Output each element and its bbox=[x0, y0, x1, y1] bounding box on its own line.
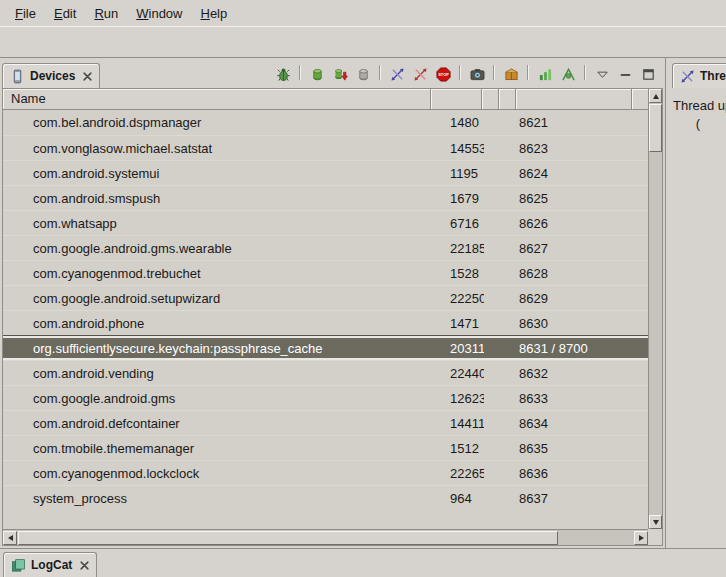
debug-icon[interactable] bbox=[273, 65, 293, 83]
dump-hprof-icon[interactable] bbox=[330, 65, 350, 83]
arrow-down-icon bbox=[653, 520, 659, 525]
vertical-scrollbar[interactable] bbox=[648, 89, 662, 529]
column-header-blank2[interactable] bbox=[499, 89, 516, 110]
cell-name: org.sufficientlysecure.keychain:passphra… bbox=[3, 341, 433, 356]
scroll-left-button[interactable] bbox=[3, 531, 17, 545]
scroll-right-button[interactable] bbox=[634, 531, 648, 545]
cell-name: com.android.defcontainer bbox=[3, 416, 433, 431]
devices-toolbar bbox=[273, 65, 663, 88]
cell-port: 8636 bbox=[514, 466, 648, 481]
menu-file[interactable]: File bbox=[6, 3, 45, 24]
device-row[interactable]: com.tmobile.thememanager15128635 bbox=[3, 435, 648, 460]
cell-name: com.cyanogenmod.trebuchet bbox=[3, 266, 433, 281]
tab-threads[interactable]: Threads bbox=[672, 63, 726, 88]
device-row[interactable]: com.bel.android.dspmanager14808621 bbox=[3, 110, 648, 135]
close-icon[interactable] bbox=[80, 561, 89, 570]
cell-pid: 1512 bbox=[433, 441, 484, 456]
device-row[interactable]: com.android.systemui11958624 bbox=[3, 160, 648, 185]
cell-port: 8628 bbox=[514, 266, 648, 281]
cell-name: com.google.android.gms bbox=[3, 391, 433, 406]
screen-capture-icon[interactable] bbox=[467, 65, 487, 83]
device-row[interactable]: com.google.android.gms126238633 bbox=[3, 385, 648, 410]
main-toolbar bbox=[0, 26, 726, 58]
cell-name: com.google.android.setupwizard bbox=[3, 291, 433, 306]
cell-port: 8630 bbox=[514, 316, 648, 331]
cell-pid: 964 bbox=[433, 491, 484, 506]
toolbar-separator bbox=[584, 65, 586, 80]
cell-pid: 6716 bbox=[433, 216, 484, 231]
scroll-up-button[interactable] bbox=[649, 89, 662, 103]
cell-port: 8635 bbox=[514, 441, 648, 456]
cell-pid: 22440 bbox=[433, 366, 484, 381]
device-row[interactable]: com.android.defcontainer144118634 bbox=[3, 410, 648, 435]
maximize-icon[interactable] bbox=[638, 65, 658, 83]
column-header-pid[interactable] bbox=[431, 89, 482, 110]
device-row[interactable]: com.cyanogenmod.trebuchet15288628 bbox=[3, 260, 648, 285]
column-header-port[interactable] bbox=[516, 89, 632, 110]
device-row[interactable]: com.whatsapp67168626 bbox=[3, 210, 648, 235]
cell-pid: 22185 bbox=[433, 241, 484, 256]
device-row[interactable]: system_process9648637 bbox=[3, 485, 648, 510]
update-heap-icon[interactable] bbox=[307, 65, 327, 83]
device-row-selected[interactable]: org.sufficientlysecure.keychain:passphra… bbox=[3, 335, 648, 360]
column-header-name[interactable]: Name bbox=[3, 89, 431, 110]
scroll-down-button[interactable] bbox=[649, 515, 662, 529]
stop-process-icon[interactable] bbox=[433, 65, 453, 83]
devices-panel: Devices Name com.bel.android.dspmanager1… bbox=[0, 58, 666, 548]
tab-logcat-label: LogCat bbox=[31, 558, 72, 572]
close-icon[interactable] bbox=[83, 72, 92, 81]
start-method-profiling-icon[interactable] bbox=[410, 65, 430, 83]
menu-help[interactable]: Help bbox=[191, 3, 236, 24]
cell-port: 8629 bbox=[514, 291, 648, 306]
toolbar-separator bbox=[527, 65, 529, 80]
device-row[interactable]: com.android.phone14718630 bbox=[3, 310, 648, 335]
arrow-left-icon bbox=[8, 535, 13, 541]
device-row[interactable]: com.vonglasow.michael.satstat145538623 bbox=[3, 135, 648, 160]
cause-gc-icon[interactable] bbox=[353, 65, 373, 83]
tab-logcat[interactable]: LogCat bbox=[3, 552, 97, 577]
vertical-scrollbar-thumb[interactable] bbox=[649, 104, 662, 152]
device-row[interactable]: com.google.android.setupwizard222508629 bbox=[3, 285, 648, 310]
cell-name: com.android.phone bbox=[3, 316, 433, 331]
threads-icon bbox=[680, 69, 695, 84]
horizontal-scrollbar-thumb[interactable] bbox=[18, 531, 558, 545]
cell-port: 8624 bbox=[514, 166, 648, 181]
tab-devices-label: Devices bbox=[30, 69, 75, 83]
horizontal-scrollbar[interactable] bbox=[3, 529, 648, 545]
main-area: Devices Name com.bel.android.dspmanager1… bbox=[0, 58, 726, 549]
tab-devices[interactable]: Devices bbox=[2, 63, 100, 88]
threads-message: Thread up ( bbox=[670, 88, 726, 133]
dump-view-hierarchy-icon[interactable] bbox=[501, 65, 521, 83]
threads-message-line2: ( bbox=[673, 115, 723, 133]
cell-port: 8631 / 8700 bbox=[514, 341, 648, 356]
cell-pid: 14411 bbox=[433, 416, 484, 431]
cell-pid: 12623 bbox=[433, 391, 484, 406]
update-threads-icon[interactable] bbox=[387, 65, 407, 83]
threads-tabbar: Threads bbox=[670, 58, 726, 88]
column-header-blank1[interactable] bbox=[482, 89, 499, 110]
view-menu-icon[interactable] bbox=[592, 65, 612, 83]
cell-name: com.google.android.gms.wearable bbox=[3, 241, 433, 256]
toolbar-separator bbox=[379, 65, 381, 80]
capture-systrace-icon[interactable] bbox=[535, 65, 555, 83]
menu-window[interactable]: Window bbox=[127, 3, 191, 24]
minimize-icon[interactable] bbox=[615, 65, 635, 83]
cell-pid: 1480 bbox=[433, 115, 484, 130]
toolbar-separator bbox=[493, 65, 495, 80]
device-row[interactable]: com.android.smspush16798625 bbox=[3, 185, 648, 210]
device-row[interactable]: com.google.android.gms.wearable221858627 bbox=[3, 235, 648, 260]
cell-port: 8634 bbox=[514, 416, 648, 431]
cell-pid: 1679 bbox=[433, 191, 484, 206]
device-table-body: com.bel.android.dspmanager14808621com.vo… bbox=[3, 110, 648, 529]
threads-panel: Threads Thread up ( bbox=[670, 58, 726, 548]
device-table-header: Name bbox=[3, 89, 648, 110]
logcat-bar: LogCat bbox=[0, 549, 726, 577]
cell-port: 8632 bbox=[514, 366, 648, 381]
device-row[interactable]: com.cyanogenmod.lockclock222658636 bbox=[3, 460, 648, 485]
menu-edit[interactable]: Edit bbox=[45, 3, 85, 24]
cell-name: com.android.smspush bbox=[3, 191, 433, 206]
menu-run[interactable]: Run bbox=[85, 3, 127, 24]
device-row[interactable]: com.android.vending224408632 bbox=[3, 360, 648, 385]
cell-pid: 1528 bbox=[433, 266, 484, 281]
start-opengl-trace-icon[interactable] bbox=[558, 65, 578, 83]
